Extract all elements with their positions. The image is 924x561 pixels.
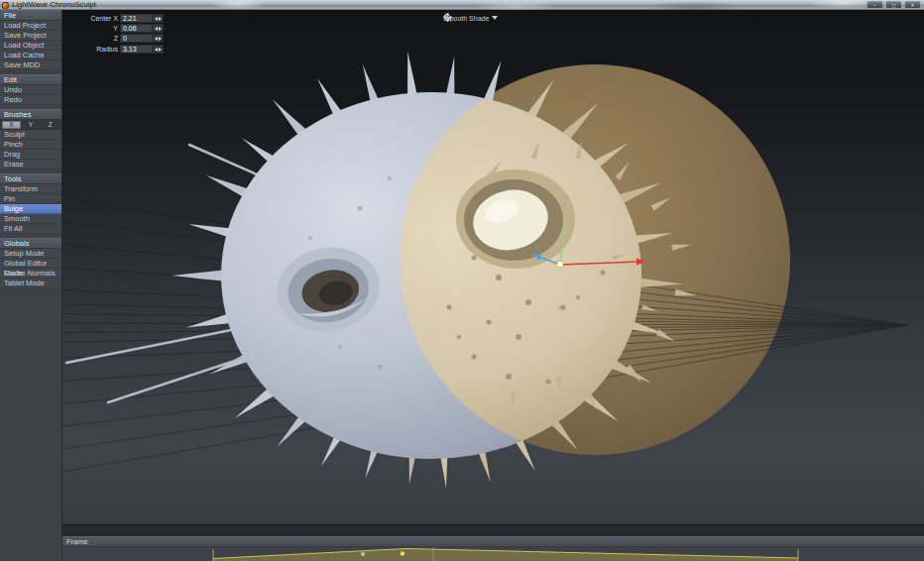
sidebar-item-smooth[interactable]: Smooth bbox=[0, 214, 61, 224]
sidebar-item-save-mdd[interactable]: Save MDD bbox=[0, 60, 61, 70]
gizmo-center-handle bbox=[557, 262, 563, 268]
timeline-divider bbox=[62, 524, 924, 536]
sidebar-header-brushes: Brushes bbox=[0, 109, 61, 120]
sidebar-item-cache-normals[interactable]: Cache Normals bbox=[0, 269, 61, 279]
sidebar-section-globals: Globals Setup Mode Global Editor Mode Ca… bbox=[0, 238, 61, 288]
keyframe-point-grey bbox=[361, 552, 365, 556]
sidebar: File Load Project Save Project Load Obje… bbox=[0, 10, 62, 561]
sidebar-header-file: File bbox=[0, 10, 61, 21]
sidebar-item-fit-all[interactable]: Fit All bbox=[0, 224, 61, 234]
sidebar-item-undo[interactable]: Undo bbox=[0, 85, 61, 95]
brush-parameter-panel: Center X 2.21 Y 0.06 Z 0 Radius 3.13 bbox=[76, 14, 164, 55]
sidebar-item-erase[interactable]: Erase bbox=[0, 160, 61, 169]
sidebar-item-pin[interactable]: Pin bbox=[0, 194, 61, 204]
sidebar-section-tools: Tools Transform Pin Bulge Smooth Fit All bbox=[0, 173, 61, 234]
zoom-icon[interactable] bbox=[443, 13, 452, 22]
window-title: LightWave ChronoSculpt bbox=[12, 0, 96, 10]
sidebar-item-tablet-mode[interactable]: Tablet Mode bbox=[0, 279, 61, 288]
radius-label: Radius bbox=[76, 46, 118, 53]
minimize-button[interactable]: – bbox=[866, 1, 883, 9]
radius-input[interactable]: 3.13 bbox=[120, 45, 153, 54]
timeline-envelope bbox=[62, 547, 924, 561]
sidebar-item-bulge[interactable]: Bulge bbox=[0, 204, 61, 214]
sidebar-header-tools: Tools bbox=[0, 173, 61, 184]
sidebar-item-load-project[interactable]: Load Project bbox=[0, 21, 61, 31]
sidebar-item-sculpt[interactable]: Sculpt bbox=[0, 130, 61, 140]
center-y-label: Y bbox=[76, 25, 118, 32]
sidebar-item-setup-mode[interactable]: Setup Mode bbox=[0, 249, 61, 259]
center-x-input[interactable]: 2.21 bbox=[120, 14, 153, 23]
keyframe-point-selected bbox=[401, 551, 405, 556]
center-z-label: Z bbox=[76, 35, 118, 42]
center-x-label: Center X bbox=[76, 15, 118, 22]
window-titlebar: LightWave ChronoSculpt – ◻ ✕ bbox=[0, 0, 924, 10]
sidebar-item-save-project[interactable]: Save Project bbox=[0, 31, 61, 41]
app-icon bbox=[2, 2, 9, 9]
sidebar-item-load-object[interactable]: Load Object bbox=[0, 41, 61, 51]
viewport-3d[interactable]: Center X 2.21 Y 0.06 Z 0 Radius 3.13 Smo… bbox=[62, 10, 924, 524]
close-button[interactable]: ✕ bbox=[904, 1, 921, 9]
chevron-down-icon bbox=[492, 16, 498, 20]
axis-y-button[interactable]: Y bbox=[22, 121, 41, 129]
timeline-track[interactable] bbox=[62, 547, 924, 561]
sidebar-section-file: File Load Project Save Project Load Obje… bbox=[0, 10, 61, 70]
sidebar-item-redo[interactable]: Redo bbox=[0, 95, 61, 105]
sidebar-item-pinch[interactable]: Pinch bbox=[0, 140, 61, 150]
sidebar-item-transform[interactable]: Transform bbox=[0, 184, 61, 194]
fish-eye bbox=[456, 169, 575, 269]
axis-z-button[interactable]: Z bbox=[41, 121, 59, 129]
center-x-stepper[interactable] bbox=[153, 14, 164, 23]
frame-label: Frame bbox=[66, 537, 88, 546]
sidebar-item-global-editor-mode[interactable]: Global Editor Mode bbox=[0, 259, 61, 269]
sidebar-header-edit: Edit bbox=[0, 74, 61, 85]
sidebar-section-brushes: Brushes X Y Z Sculpt Pinch Drag Erase bbox=[0, 109, 61, 169]
sidebar-item-drag[interactable]: Drag bbox=[0, 150, 61, 160]
sidebar-section-edit: Edit Undo Redo bbox=[0, 74, 61, 105]
sidebar-item-load-cache[interactable]: Load Cache bbox=[0, 51, 61, 60]
sidebar-header-globals: Globals bbox=[0, 238, 61, 249]
viewport-3d-scene bbox=[62, 10, 924, 524]
maximize-button[interactable]: ◻ bbox=[885, 1, 902, 9]
center-y-input[interactable]: 0.06 bbox=[120, 24, 153, 33]
radius-stepper[interactable] bbox=[153, 45, 164, 54]
viewport-toolbar: Smooth Shade bbox=[443, 13, 498, 23]
brush-axis-row: X Y Z bbox=[0, 120, 61, 130]
center-y-stepper[interactable] bbox=[153, 24, 164, 33]
center-z-input[interactable]: 0 bbox=[120, 34, 153, 43]
frame-bar[interactable]: Frame bbox=[62, 536, 924, 547]
center-z-stepper[interactable] bbox=[153, 34, 164, 43]
axis-x-button[interactable]: X bbox=[2, 121, 21, 129]
